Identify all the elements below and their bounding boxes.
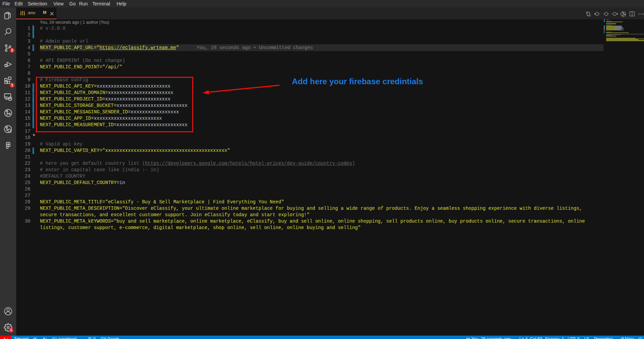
svg-text:1: 1: [11, 83, 13, 87]
svg-text:1: 1: [10, 328, 12, 332]
svg-text:2: 2: [11, 48, 13, 52]
